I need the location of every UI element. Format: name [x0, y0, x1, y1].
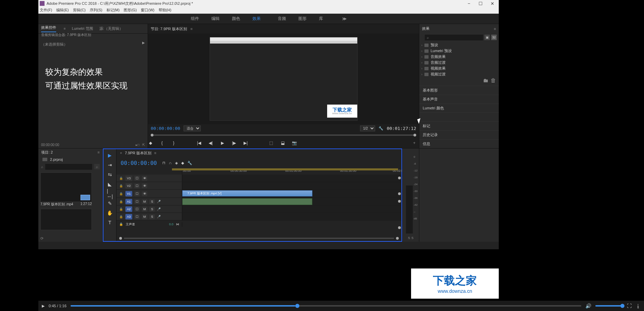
- project-menu-icon[interactable]: ≡: [98, 150, 100, 154]
- track-m[interactable]: M: [142, 207, 147, 212]
- track-s[interactable]: S: [149, 199, 155, 204]
- clip-thumb-2[interactable]: [40, 209, 92, 230]
- ws-effects[interactable]: 效果: [252, 16, 265, 22]
- track-v1-content[interactable]: 7.9PR 版本区别 .mp4 [V]: [182, 190, 401, 198]
- lock-icon[interactable]: 🔒: [119, 200, 123, 203]
- ws-assembly[interactable]: 组件: [191, 16, 199, 22]
- seq-close-icon[interactable]: ×: [120, 151, 122, 155]
- clip-thumb-1[interactable]: [40, 172, 92, 202]
- menu-file[interactable]: 文件(F): [40, 8, 52, 13]
- menu-marker[interactable]: 标记(M): [107, 8, 120, 13]
- video-clip[interactable]: 7.9PR 版本区别 .mp4 [V]: [182, 190, 312, 196]
- track-v3-content[interactable]: [182, 175, 401, 182]
- menu-sequence[interactable]: 序列(S): [90, 8, 102, 13]
- new-bin-icon[interactable]: 🖿: [483, 77, 488, 84]
- tab-effect-controls[interactable]: 效果控件: [41, 25, 56, 32]
- ws-libraries[interactable]: 库: [319, 16, 323, 22]
- effects-search-input[interactable]: [425, 35, 483, 40]
- chevron-right-icon[interactable]: ▶: [142, 41, 145, 45]
- ws-color[interactable]: 颜色: [232, 16, 240, 22]
- effects-node-audio-fx[interactable]: ›音频效果: [421, 54, 497, 60]
- slip-tool-icon[interactable]: |↔|: [107, 191, 113, 196]
- in-point-icon[interactable]: {: [160, 141, 164, 145]
- play-icon[interactable]: ▶: [220, 141, 225, 145]
- ec-footer-icon-2[interactable]: ⇱: [142, 143, 145, 147]
- track-a2-content[interactable]: [182, 205, 401, 213]
- zoom-track[interactable]: [124, 238, 394, 239]
- linked-sel-icon[interactable]: ∩: [169, 161, 172, 165]
- delete-icon[interactable]: 🗑: [491, 77, 496, 84]
- mic-icon[interactable]: 🎤: [157, 207, 161, 211]
- lock-icon[interactable]: 🔒: [119, 223, 123, 226]
- player-progress[interactable]: [71, 305, 581, 307]
- ws-editing[interactable]: 编辑: [211, 16, 220, 22]
- track-fx[interactable]: ☐: [134, 214, 140, 219]
- ws-more-button[interactable]: ≫: [342, 16, 347, 21]
- track-eye[interactable]: 👁: [142, 183, 147, 188]
- lift-icon[interactable]: ⬚: [269, 141, 273, 145]
- track-fx[interactable]: ☐: [134, 191, 140, 196]
- panel-markers[interactable]: 标记: [419, 121, 499, 130]
- goto-out-icon[interactable]: ▶|: [243, 141, 248, 145]
- type-tool-icon[interactable]: T: [107, 220, 113, 225]
- tab-menu-icon[interactable]: ≡: [64, 27, 66, 31]
- track-a1[interactable]: A1: [125, 199, 132, 204]
- effects-node-lumetri[interactable]: ›Lumetri 预设: [421, 48, 497, 54]
- track-fx[interactable]: ☐: [134, 176, 140, 181]
- program-scrub[interactable]: [148, 132, 419, 138]
- track-fx[interactable]: ☐: [134, 207, 140, 212]
- audio-clip[interactable]: [182, 198, 312, 205]
- hand-tool-icon[interactable]: ✋: [107, 210, 113, 216]
- volume-slider[interactable]: [595, 305, 623, 307]
- player-play-icon[interactable]: ▶: [42, 304, 45, 308]
- track-eye[interactable]: 👁: [142, 176, 147, 181]
- export-frame-icon[interactable]: 📷: [292, 141, 297, 145]
- effects-32-badge[interactable]: 32: [491, 35, 497, 40]
- track-fx[interactable]: ☐: [134, 183, 140, 188]
- master-link-icon[interactable]: ⋈: [176, 223, 179, 226]
- track-a1-content[interactable]: [182, 198, 401, 205]
- track-s[interactable]: S: [149, 207, 155, 212]
- lock-icon[interactable]: 🔒: [119, 207, 123, 211]
- effects-fx-badge[interactable]: ▣: [484, 35, 490, 40]
- project-search-btn[interactable]: ⌕: [94, 164, 100, 169]
- lock-icon[interactable]: 🔒: [119, 177, 123, 180]
- track-fx[interactable]: ☐: [134, 199, 140, 204]
- volume-icon[interactable]: 🔊: [585, 303, 591, 309]
- step-back-icon[interactable]: ◀|: [208, 141, 213, 145]
- track-m[interactable]: M: [142, 199, 147, 204]
- tab-source[interactable]: 源:（无剪辑）: [99, 26, 123, 31]
- track-a2[interactable]: A2: [125, 206, 132, 212]
- menu-help[interactable]: 帮助(H): [159, 8, 171, 13]
- timeline-tc[interactable]: 00:00:00:00: [116, 160, 161, 166]
- project-search-input[interactable]: [45, 164, 92, 170]
- maximize-button[interactable]: ☐: [478, 1, 483, 6]
- menu-graphics[interactable]: 图形(G): [124, 8, 137, 13]
- track-eye[interactable]: 👁: [142, 191, 147, 196]
- track-v3[interactable]: V3: [125, 176, 132, 181]
- minimize-button[interactable]: −: [467, 1, 471, 6]
- snap-icon[interactable]: ⊓: [162, 161, 165, 165]
- lock-icon[interactable]: 🔒: [119, 184, 123, 188]
- menu-edit[interactable]: 编辑(E): [56, 8, 69, 13]
- track-v1[interactable]: V1: [125, 191, 132, 196]
- add-button-icon[interactable]: +: [413, 141, 416, 145]
- wrench-icon[interactable]: 🔧: [379, 126, 383, 131]
- marker-icon[interactable]: ◆: [148, 141, 153, 145]
- effects-node-video-fx[interactable]: ›视频效果: [421, 65, 497, 71]
- tab-lumetri-scopes[interactable]: Lumetri 范围: [72, 26, 93, 31]
- zoom-in-handle[interactable]: [396, 237, 399, 240]
- goto-in-icon[interactable]: |◀: [197, 141, 201, 145]
- ec-footer-icon-1[interactable]: ▸□: [136, 143, 139, 147]
- program-menu-icon[interactable]: ≡: [190, 27, 193, 31]
- effects-node-audio-trans[interactable]: ›音频过渡: [421, 60, 497, 65]
- solo-r[interactable]: S: [411, 236, 413, 240]
- track-a3[interactable]: A3: [125, 214, 132, 219]
- settings-icon[interactable]: 🔧: [187, 161, 192, 165]
- menu-clip[interactable]: 剪辑(C): [73, 8, 86, 13]
- program-monitor[interactable]: 下载之家 www.downza.cn: [148, 34, 419, 124]
- ws-audio[interactable]: 音频: [278, 16, 286, 22]
- download-icon[interactable]: ⭳: [636, 303, 641, 309]
- program-tc-left[interactable]: 00:00:00:00: [151, 126, 180, 131]
- pen-tool-icon[interactable]: ✎: [107, 201, 113, 206]
